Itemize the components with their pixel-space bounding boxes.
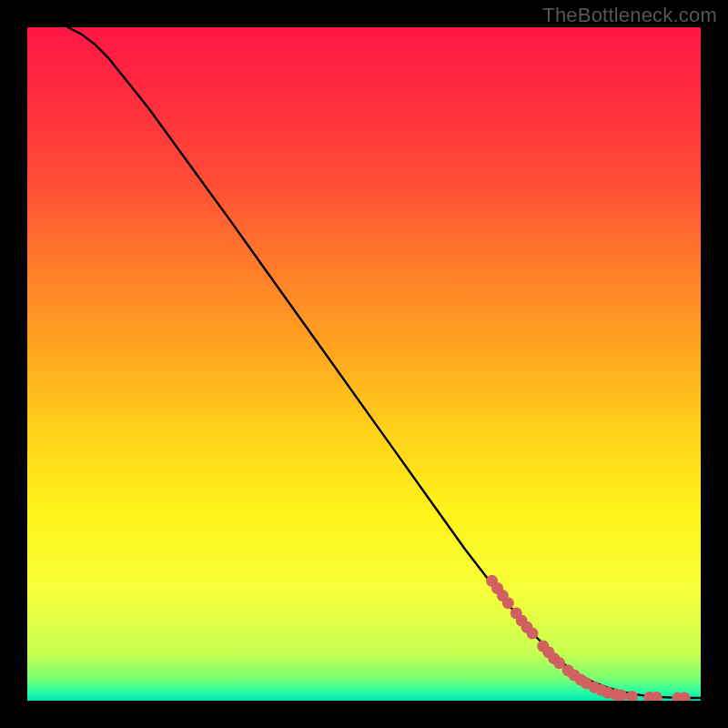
bottleneck-chart <box>27 27 701 701</box>
data-marker <box>527 628 539 640</box>
data-marker <box>502 597 514 609</box>
watermark-text: TheBottleneck.com <box>542 4 717 27</box>
data-marker <box>615 690 627 701</box>
chart-stage: TheBottleneck.com <box>0 0 728 728</box>
gradient-background <box>27 27 701 701</box>
